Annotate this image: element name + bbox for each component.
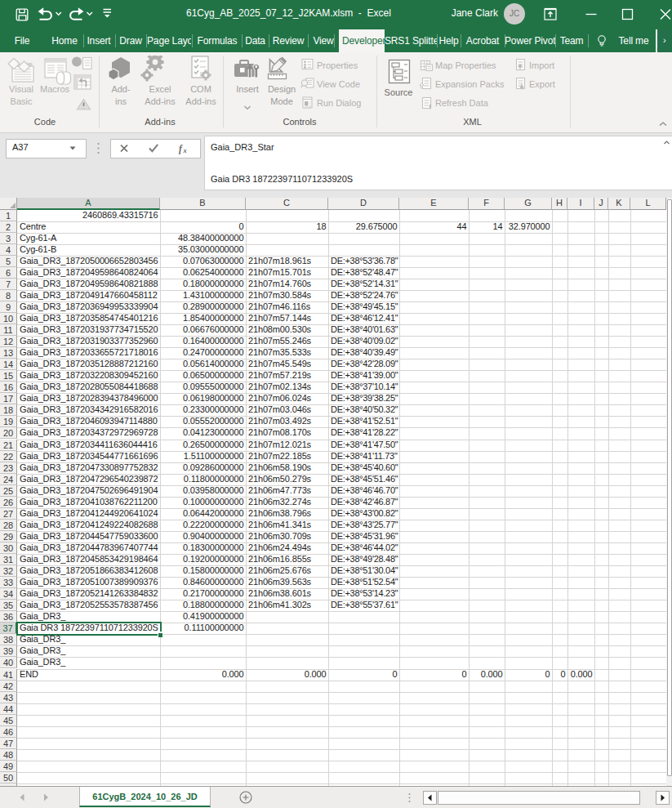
svg-text:x: x xyxy=(183,146,188,154)
svg-text:f: f xyxy=(179,144,183,154)
